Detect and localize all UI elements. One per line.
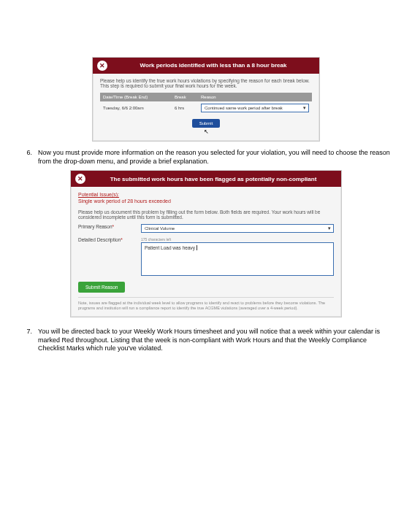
detailed-description-textarea[interactable]: Patient Load was heavy — [141, 242, 334, 276]
th-reason: Reason — [198, 93, 312, 101]
close-icon[interactable]: ✕ — [75, 174, 85, 184]
break-violation-panel: ✕ Work periods identified with less than… — [92, 57, 320, 142]
panel1-helptext: Please help us identify the true work ho… — [100, 78, 312, 88]
potential-issues-text: Single work period of 28 hours exceeded — [78, 198, 171, 204]
submit-reason-button[interactable]: Submit Reason — [78, 282, 125, 293]
step-6-number: 6. — [20, 149, 32, 166]
detailed-description-label: Detailed Description* — [78, 237, 137, 242]
potential-issues-label: Potential Issue(s): — [78, 192, 119, 197]
char-count: 175 characters left — [141, 237, 334, 242]
cursor-icon: ↖ — [100, 128, 312, 135]
table-row: Tuesday, 6/6 2:00am 6 hrs Continued same… — [100, 101, 312, 115]
panel1-header: ✕ Work periods identified with less than… — [93, 58, 319, 74]
panel1-title: Work periods identified with less than a… — [112, 62, 315, 69]
step-6-text: Now you must provide more information on… — [38, 149, 392, 166]
step-7: 7. You will be directed back to your Wee… — [20, 328, 392, 353]
th-break: Break — [172, 93, 198, 101]
panel2-helptext: Please help us document this problem by … — [78, 209, 334, 220]
primary-reason-dropdown[interactable]: Clinical Volume — [141, 224, 334, 233]
th-date: Date/Time (Break End) — [100, 93, 172, 101]
panel2-title: The submitted work hours have been flagg… — [90, 176, 337, 183]
flagged-hours-panel: ✕ The submitted work hours have been fla… — [70, 170, 342, 317]
submit-button[interactable]: Submit — [192, 119, 221, 128]
panel2-note: Note, issues are flagged at the individu… — [78, 297, 334, 311]
panel2-header: ✕ The submitted work hours have been fla… — [71, 171, 341, 187]
table-header: Date/Time (Break End) Break Reason — [100, 93, 312, 101]
step-6: 6. Now you must provide more information… — [20, 149, 392, 166]
step-7-text: You will be directed back to your Weekly… — [38, 328, 392, 353]
reason-dropdown[interactable]: Continued same work period after break — [201, 104, 309, 112]
td-date: Tuesday, 6/6 2:00am — [100, 104, 172, 112]
close-icon[interactable]: ✕ — [97, 61, 107, 71]
primary-reason-label: Primary Reason* — [78, 224, 137, 229]
step-7-number: 7. — [20, 328, 32, 353]
td-break: 6 hrs — [172, 104, 198, 112]
